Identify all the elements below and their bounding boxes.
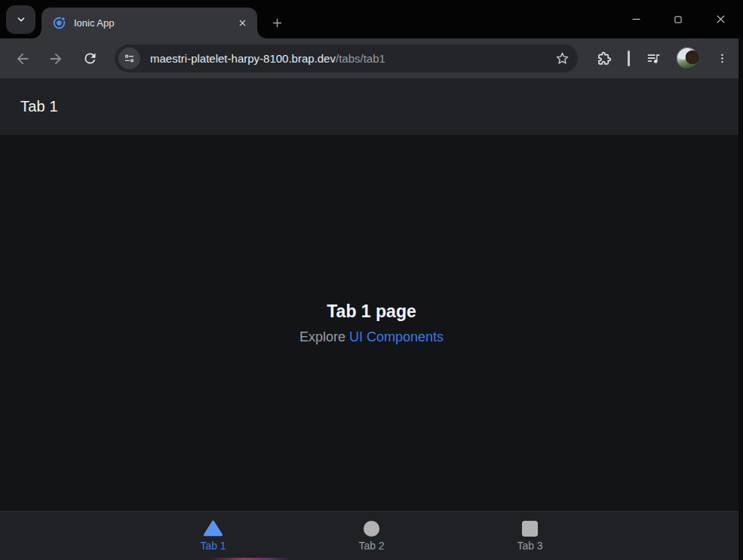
media-playlist-icon (646, 50, 662, 66)
site-settings-button[interactable] (118, 47, 140, 69)
reload-icon (82, 50, 98, 66)
explore-text: Explore (299, 329, 345, 344)
extensions-button[interactable] (591, 46, 616, 72)
app-content: Tab 1 page Explore UI Components (0, 135, 743, 511)
tab-button-tab2[interactable]: Tab 2 (293, 512, 451, 560)
kebab-menu-icon (716, 52, 729, 65)
back-button[interactable] (10, 46, 35, 72)
tab-search-button[interactable] (6, 5, 35, 34)
star-icon (555, 51, 570, 66)
tune-icon (123, 52, 136, 65)
browser-tab-ionic-app[interactable]: Ionic App (41, 8, 257, 38)
window-minimize-button[interactable] (615, 0, 657, 38)
bookmark-star-button[interactable] (551, 47, 573, 70)
browser-menu-button[interactable] (709, 46, 735, 72)
window-maximize-button[interactable] (657, 0, 699, 38)
square-icon (521, 519, 539, 537)
ionic-logo-icon (52, 16, 66, 30)
triangle-icon (203, 519, 223, 537)
tab-title: Ionic App (74, 17, 235, 29)
reload-button[interactable] (77, 46, 103, 72)
tab-close-button[interactable] (235, 16, 250, 31)
content-title: Tab 1 page (327, 301, 416, 322)
window-controls (615, 0, 741, 38)
tab-label: Tab 1 (200, 540, 226, 552)
url-text[interactable]: maestri-platelet-harpy-8100.brap.dev/tab… (150, 52, 551, 65)
browser-toolbar: maestri-platelet-harpy-8100.brap.dev/tab… (0, 38, 743, 78)
back-arrow-icon (14, 50, 31, 67)
forward-arrow-icon (48, 50, 64, 67)
new-tab-button[interactable] (264, 10, 290, 35)
browser-titlebar: Ionic App (0, 0, 743, 38)
address-bar[interactable]: maestri-platelet-harpy-8100.brap.dev/tab… (115, 44, 578, 72)
url-host: maestri-platelet-harpy-8100.brap.dev (150, 52, 336, 65)
page-title: Tab 1 (20, 98, 58, 115)
toolbar-divider (628, 50, 630, 66)
circle-icon (363, 519, 380, 537)
profile-avatar[interactable] (677, 47, 698, 69)
tab-label: Tab 2 (358, 540, 384, 552)
forward-button[interactable] (43, 46, 69, 72)
chevron-down-icon (16, 14, 26, 25)
app-header: Tab 1 (0, 78, 743, 135)
media-controls-button[interactable] (640, 46, 666, 72)
extensions-puzzle-icon (596, 50, 612, 66)
content-subtitle: Explore UI Components (299, 329, 444, 345)
url-path: /tabs/tab1 (336, 52, 385, 65)
tab-label: Tab 3 (517, 540, 542, 552)
tab-button-tab3[interactable]: Tab 3 (451, 512, 609, 560)
ui-components-link[interactable]: UI Components (349, 329, 444, 344)
tab-button-tab1[interactable]: Tab 1 (134, 512, 293, 560)
window-close-button[interactable] (699, 0, 741, 38)
app-tab-bar: Tab 1 Tab 2 Tab 3 (0, 511, 743, 560)
